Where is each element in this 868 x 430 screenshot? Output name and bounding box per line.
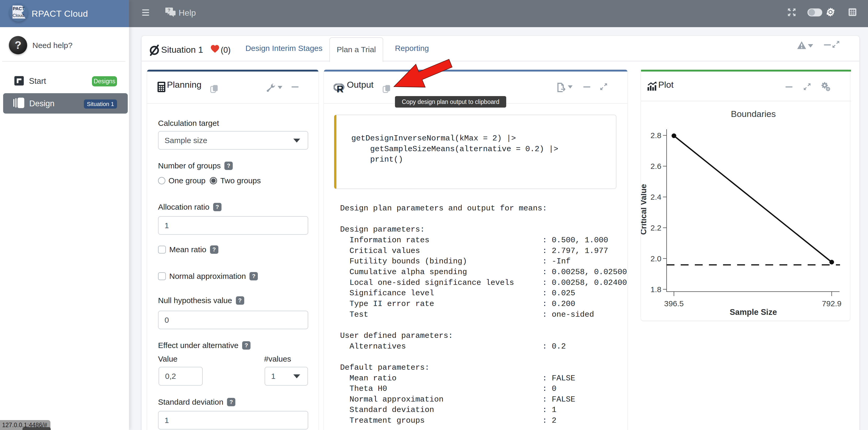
svg-text:2.2: 2.2 xyxy=(650,224,661,232)
svg-text:792.9: 792.9 xyxy=(822,299,841,308)
svg-text:Boundaries: Boundaries xyxy=(731,109,776,119)
svg-text:PACT: PACT xyxy=(13,6,25,11)
svg-text:2.6: 2.6 xyxy=(650,162,661,170)
svg-text:Sample Size: Sample Size xyxy=(730,307,777,317)
svg-text:Cloud: Cloud xyxy=(12,13,24,18)
svg-text:1.8: 1.8 xyxy=(650,285,661,294)
svg-text:R: R xyxy=(337,84,343,93)
svg-text:Critical Value: Critical Value xyxy=(641,184,648,235)
svg-text:2.8: 2.8 xyxy=(650,131,661,140)
svg-text:2.0: 2.0 xyxy=(650,254,661,263)
svg-text:2.4: 2.4 xyxy=(650,193,661,201)
svg-text:396.5: 396.5 xyxy=(664,299,684,308)
